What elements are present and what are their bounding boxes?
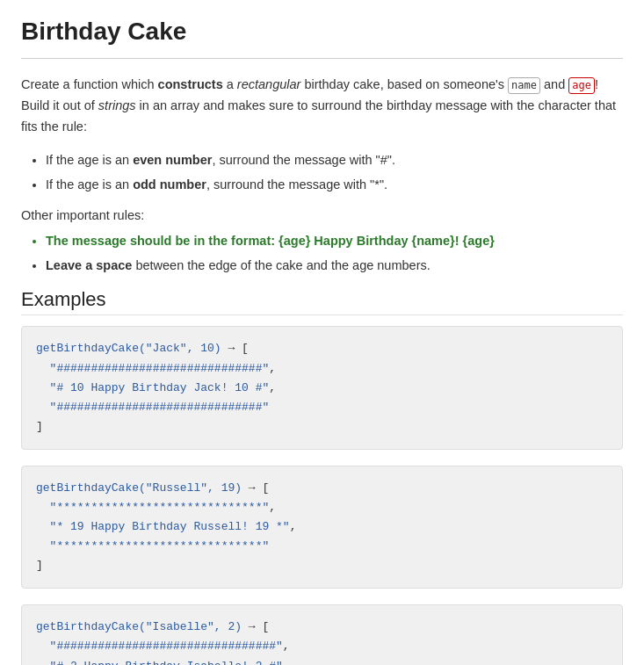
age-badge: age	[568, 77, 595, 94]
other-rule-space-post: between the edge of the cake and the age…	[132, 258, 430, 272]
code-str-3a: "################################"	[50, 640, 283, 653]
code-example-3: getBirthdayCake("Isabelle", 2) → [ "####…	[21, 604, 623, 665]
code-str-1a: "##############################"	[50, 362, 270, 375]
code-str-2b: "* 19 Happy Birthday Russell! 19 *"	[50, 520, 290, 533]
rule-odd-bold: odd number	[133, 177, 206, 192]
rule-odd-post: , surround the message with "*".	[206, 177, 387, 192]
intro-line2-pre: Build it out of	[21, 98, 98, 112]
name-badge: name	[508, 77, 540, 94]
other-rule-space-bold: Leave a space	[46, 258, 132, 272]
rule-even-bold: even number	[133, 153, 212, 167]
page-title: Birthday Cake	[21, 18, 623, 59]
code-str-1c: "##############################"	[50, 401, 270, 414]
other-rule-format-bold: The message should be in the format: {ag…	[46, 234, 495, 248]
code-fn-2: getBirthdayCake("Russell", 19)	[36, 481, 242, 495]
intro-text-pre: Create a function which	[21, 77, 158, 91]
code-str-2c: "******************************"	[50, 539, 270, 553]
intro-text-mid2: birthday cake, based on someone's	[300, 77, 508, 91]
code-str-3b: "# 2 Happy Birthday Isabelle! 2 #"	[50, 660, 283, 665]
rule-odd: If the age is an odd number, surround th…	[46, 175, 623, 196]
other-rule-format: The message should be in the format: {ag…	[46, 231, 623, 252]
intro-strings: strings	[98, 98, 136, 112]
other-rule-space: Leave a space between the edge of the ca…	[46, 256, 623, 277]
other-rules-label: Other important rules:	[21, 208, 623, 222]
code-example-1: getBirthdayCake("Jack", 10) → [ "#######…	[21, 326, 623, 449]
rule-even-pre: If the age is an	[46, 153, 133, 167]
code-str-1b: "# 10 Happy Birthday Jack! 10 #"	[50, 381, 270, 394]
intro-constructs: constructs	[158, 77, 223, 91]
code-example-2: getBirthdayCake("Russell", 19) → [ "****…	[21, 466, 623, 589]
intro-text-mid: a	[223, 77, 237, 91]
rule-even: If the age is an even number, surround t…	[46, 150, 623, 171]
code-str-2a: "******************************"	[50, 501, 270, 514]
examples-heading: Examples	[21, 288, 623, 315]
code-fn-3: getBirthdayCake("Isabelle", 2)	[36, 620, 242, 633]
other-rules-list: The message should be in the format: {ag…	[46, 231, 623, 277]
rule-even-post: , surround the message with "#".	[212, 153, 395, 167]
rule-odd-pre: If the age is an	[46, 177, 133, 192]
intro-rectangular: rectangular	[237, 77, 301, 91]
intro-end: !	[595, 77, 598, 91]
intro-paragraph: Create a function which constructs a rec…	[21, 75, 623, 138]
intro-and: and	[540, 77, 568, 91]
code-fn-1: getBirthdayCake("Jack", 10)	[36, 342, 221, 355]
rules-list: If the age is an even number, surround t…	[46, 150, 623, 196]
